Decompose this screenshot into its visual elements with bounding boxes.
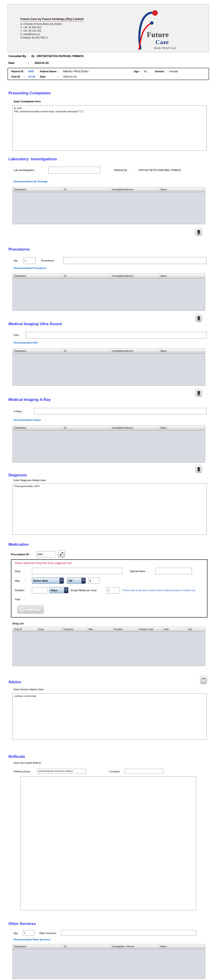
recommended-lab-testings-link[interactable]: Recommended Lab Testings [14,180,48,183]
per-meal-input[interactable] [107,587,120,593]
xray-table-body[interactable] [13,430,205,462]
consultant-input[interactable] [125,769,163,774]
drug-input[interactable] [32,568,123,574]
drug-label: Drug : [15,570,25,573]
referring-doctor-input[interactable] [37,769,86,774]
add-drug-button[interactable]: + Add Drug [17,605,44,614]
procedures-input[interactable] [63,257,207,264]
consult-date-value: 2024-01-25 [35,61,48,65]
age-label: Age : [134,70,141,73]
recommended-other-services-link[interactable]: Recommended Other Services [14,938,50,941]
frequency-select[interactable]: OD ▼ [67,578,86,584]
total-label: Total : [15,598,25,601]
delete-advice-button[interactable] [200,676,207,684]
special-notes-label: Special Notes : [130,570,148,573]
uss-input[interactable] [26,332,207,339]
advice-textarea[interactable]: continue current mgt [13,693,207,740]
xray-input[interactable] [34,408,207,414]
column-header-qty: Qty [187,627,205,632]
procedures-table-body[interactable] [13,278,205,310]
decimal-numbers-note: Please add as decimal numbers when addin… [123,589,206,592]
drug-list-table: Drug ID Drug Fequency Way Duration Durat… [13,627,205,666]
complaints-field-label: Enter Complaints Here [14,100,41,103]
patient-id-value: 5686 [28,70,34,73]
chevron-down-icon: ▼ [64,587,68,593]
refresh-prescription-button[interactable] [58,550,65,557]
column-header-drug: Drug [37,627,62,632]
lab-table-body[interactable] [13,192,205,224]
chevron-down-icon: ▼ [81,578,85,584]
procedures-field-label: Procedures : [41,259,55,262]
recommended-procedures-link[interactable]: Recommended Procedures [14,267,46,269]
section-title-advice: Advice [8,680,21,684]
trash-icon [197,467,201,471]
column-header-status: Status [159,274,205,278]
logo-word-care: Care [156,39,169,46]
duration-label: Duration : [15,589,26,592]
complaints-textarea[interactable]: pt seen FBC showed essentially normal st… [13,105,207,151]
procedures-table: Department ID Investigation/Service Stat… [13,274,205,310]
referral-list-box[interactable] [21,776,196,910]
column-header-drug-id: Drug ID [13,627,37,632]
visit-date-value: 2024-01-25 [63,75,77,78]
drug-list-label: Drug List [13,622,24,625]
meal-timing-value: Before Meal [32,579,59,582]
company-email: E: jude@future.sc [20,33,40,35]
referred-by-value: ORITSETSETOS RAPHAEL PINNICK [138,169,181,172]
duration-input[interactable] [32,587,47,593]
header-panel: Future Care by Future Holdings (Pty) Lim… [8,4,209,52]
other-services-table-body[interactable] [13,949,205,978]
company-phone-1: T: +24 82 593 593 [20,26,41,29]
duration-unit-select[interactable]: Day/s ▼ [49,587,68,593]
delete-xray-button[interactable] [196,465,202,473]
way-label: Way : [15,579,25,582]
patient-info-box: Patient ID : 5686 Patient Name : MAGALI … [8,68,209,80]
per-meal-label: Drugs/Tablets per meal : [71,589,98,592]
other-services-field-label: Other Services : [39,932,57,934]
consulted-by-value: Dr. ORITSETSETOS RAPHAEL PINNICK [32,54,84,58]
section-title-procedures: Procedures [8,247,30,252]
column-header-note: Note [162,627,187,632]
prescription-id-input[interactable] [36,551,56,557]
column-header-id: ID [63,349,111,353]
referred-by-label: Reffered By : [114,169,128,172]
drug-table-body[interactable] [13,632,205,666]
recommended-uss-link[interactable]: Recommended USS [14,341,38,344]
procedures-qty-label: Qty : [14,259,19,262]
referring-doctor-label: Reffering Doctor [14,770,31,773]
other-services-input[interactable] [61,930,196,935]
visit-date-label: Date : [40,75,58,78]
procedures-qty-input[interactable] [24,257,35,264]
column-header-department: Department [13,426,63,430]
lab-investigation-input[interactable] [48,167,100,173]
gender-value: Female [169,70,178,73]
delete-lab-testing-button[interactable] [196,228,202,235]
uss-table-body[interactable] [13,353,205,385]
section-title-xray: Medical Imaging X-Ray [8,398,51,402]
delete-procedure-button[interactable] [196,314,202,322]
lab-results-table: Department ID Investigation/Service Stat… [13,187,205,224]
column-header-status: Status [159,426,205,430]
column-header-id: ID [63,944,111,949]
special-notes-input[interactable] [156,568,192,574]
visit-id-label: Visit ID : [11,75,25,78]
trash-outline-icon [202,677,206,682]
lab-table-header-row: Department ID Investigation/Service Stat… [13,187,205,192]
prescription-page: Future Care by Future Holdings (Pty) Lim… [0,0,212,980]
company-address: Le Chainter,Victoria,Mahe,Seychelles [20,22,62,25]
other-services-qty-input[interactable] [23,930,35,935]
diagnosis-textarea[interactable]: Pharyngotonsilitis, URTI [13,484,207,535]
way-qty-input[interactable] [88,578,100,584]
recommended-xrays-link[interactable]: Recommended X-Rays [14,418,41,422]
trash-icon [197,230,201,234]
column-header-way: Way [87,627,112,632]
lab-investigation-label: Lab Investingation : [14,169,35,172]
refresh-icon [59,552,64,556]
logo-f-swoosh-icon [136,8,159,51]
section-title-laboratory-investigations: Laboratory Investigations [8,157,57,161]
xray-table-header-row: Department ID Investigation/Service Stat… [13,426,205,430]
meal-timing-select[interactable]: Before Meal ▼ [32,578,64,584]
delete-uss-button[interactable] [196,389,202,396]
drug-selection-warning: Please select the Drug from Drug suggess… [15,562,72,564]
patient-id-label: Patient ID : [11,70,26,73]
